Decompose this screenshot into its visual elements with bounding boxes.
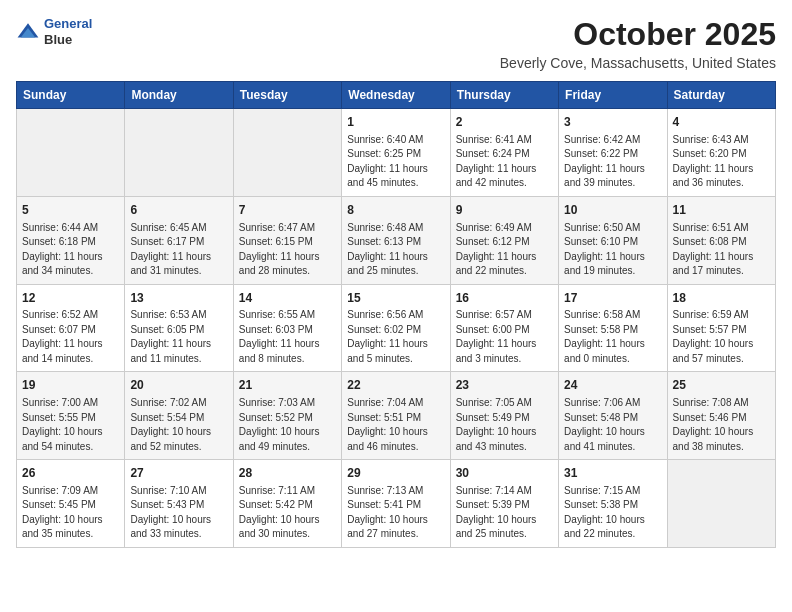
day-cell: 13Sunrise: 6:53 AM Sunset: 6:05 PM Dayli… <box>125 284 233 372</box>
week-row-2: 5Sunrise: 6:44 AM Sunset: 6:18 PM Daylig… <box>17 196 776 284</box>
day-cell <box>125 109 233 197</box>
week-row-4: 19Sunrise: 7:00 AM Sunset: 5:55 PM Dayli… <box>17 372 776 460</box>
day-cell: 31Sunrise: 7:15 AM Sunset: 5:38 PM Dayli… <box>559 460 667 548</box>
calendar-subtitle: Beverly Cove, Massachusetts, United Stat… <box>500 55 776 71</box>
logo: General Blue <box>16 16 92 47</box>
calendar-body: 1Sunrise: 6:40 AM Sunset: 6:25 PM Daylig… <box>17 109 776 548</box>
calendar-table: SundayMondayTuesdayWednesdayThursdayFrid… <box>16 81 776 548</box>
day-number: 6 <box>130 202 227 219</box>
day-number: 22 <box>347 377 444 394</box>
day-cell: 30Sunrise: 7:14 AM Sunset: 5:39 PM Dayli… <box>450 460 558 548</box>
day-info: Sunrise: 6:58 AM Sunset: 5:58 PM Dayligh… <box>564 308 661 366</box>
day-cell: 2Sunrise: 6:41 AM Sunset: 6:24 PM Daylig… <box>450 109 558 197</box>
day-info: Sunrise: 6:44 AM Sunset: 6:18 PM Dayligh… <box>22 221 119 279</box>
day-number: 12 <box>22 290 119 307</box>
header-cell-thursday: Thursday <box>450 82 558 109</box>
day-info: Sunrise: 6:50 AM Sunset: 6:10 PM Dayligh… <box>564 221 661 279</box>
day-cell: 17Sunrise: 6:58 AM Sunset: 5:58 PM Dayli… <box>559 284 667 372</box>
day-info: Sunrise: 6:49 AM Sunset: 6:12 PM Dayligh… <box>456 221 553 279</box>
day-number: 25 <box>673 377 770 394</box>
page-header: General Blue October 2025 Beverly Cove, … <box>16 16 776 71</box>
day-cell: 7Sunrise: 6:47 AM Sunset: 6:15 PM Daylig… <box>233 196 341 284</box>
header-row: SundayMondayTuesdayWednesdayThursdayFrid… <box>17 82 776 109</box>
day-number: 8 <box>347 202 444 219</box>
calendar-header: SundayMondayTuesdayWednesdayThursdayFrid… <box>17 82 776 109</box>
day-info: Sunrise: 6:48 AM Sunset: 6:13 PM Dayligh… <box>347 221 444 279</box>
day-info: Sunrise: 6:47 AM Sunset: 6:15 PM Dayligh… <box>239 221 336 279</box>
day-cell: 22Sunrise: 7:04 AM Sunset: 5:51 PM Dayli… <box>342 372 450 460</box>
day-number: 20 <box>130 377 227 394</box>
header-cell-sunday: Sunday <box>17 82 125 109</box>
day-info: Sunrise: 7:08 AM Sunset: 5:46 PM Dayligh… <box>673 396 770 454</box>
day-info: Sunrise: 6:57 AM Sunset: 6:00 PM Dayligh… <box>456 308 553 366</box>
day-cell <box>233 109 341 197</box>
day-number: 19 <box>22 377 119 394</box>
day-cell: 16Sunrise: 6:57 AM Sunset: 6:00 PM Dayli… <box>450 284 558 372</box>
day-cell <box>667 460 775 548</box>
day-info: Sunrise: 6:59 AM Sunset: 5:57 PM Dayligh… <box>673 308 770 366</box>
day-info: Sunrise: 6:52 AM Sunset: 6:07 PM Dayligh… <box>22 308 119 366</box>
day-number: 27 <box>130 465 227 482</box>
day-number: 1 <box>347 114 444 131</box>
day-info: Sunrise: 7:09 AM Sunset: 5:45 PM Dayligh… <box>22 484 119 542</box>
day-number: 17 <box>564 290 661 307</box>
day-cell: 8Sunrise: 6:48 AM Sunset: 6:13 PM Daylig… <box>342 196 450 284</box>
day-cell: 19Sunrise: 7:00 AM Sunset: 5:55 PM Dayli… <box>17 372 125 460</box>
day-cell <box>17 109 125 197</box>
week-row-3: 12Sunrise: 6:52 AM Sunset: 6:07 PM Dayli… <box>17 284 776 372</box>
logo-line2: Blue <box>44 32 92 48</box>
logo-icon <box>16 20 40 44</box>
day-cell: 9Sunrise: 6:49 AM Sunset: 6:12 PM Daylig… <box>450 196 558 284</box>
day-info: Sunrise: 7:14 AM Sunset: 5:39 PM Dayligh… <box>456 484 553 542</box>
day-info: Sunrise: 6:55 AM Sunset: 6:03 PM Dayligh… <box>239 308 336 366</box>
day-number: 28 <box>239 465 336 482</box>
day-number: 30 <box>456 465 553 482</box>
day-info: Sunrise: 6:53 AM Sunset: 6:05 PM Dayligh… <box>130 308 227 366</box>
day-info: Sunrise: 7:13 AM Sunset: 5:41 PM Dayligh… <box>347 484 444 542</box>
day-cell: 1Sunrise: 6:40 AM Sunset: 6:25 PM Daylig… <box>342 109 450 197</box>
day-cell: 5Sunrise: 6:44 AM Sunset: 6:18 PM Daylig… <box>17 196 125 284</box>
day-cell: 23Sunrise: 7:05 AM Sunset: 5:49 PM Dayli… <box>450 372 558 460</box>
day-number: 7 <box>239 202 336 219</box>
calendar-title: October 2025 <box>500 16 776 53</box>
header-cell-saturday: Saturday <box>667 82 775 109</box>
day-number: 21 <box>239 377 336 394</box>
header-cell-monday: Monday <box>125 82 233 109</box>
header-cell-tuesday: Tuesday <box>233 82 341 109</box>
day-cell: 3Sunrise: 6:42 AM Sunset: 6:22 PM Daylig… <box>559 109 667 197</box>
day-info: Sunrise: 6:45 AM Sunset: 6:17 PM Dayligh… <box>130 221 227 279</box>
day-info: Sunrise: 6:42 AM Sunset: 6:22 PM Dayligh… <box>564 133 661 191</box>
day-cell: 11Sunrise: 6:51 AM Sunset: 6:08 PM Dayli… <box>667 196 775 284</box>
day-info: Sunrise: 6:43 AM Sunset: 6:20 PM Dayligh… <box>673 133 770 191</box>
day-info: Sunrise: 7:00 AM Sunset: 5:55 PM Dayligh… <box>22 396 119 454</box>
day-number: 10 <box>564 202 661 219</box>
day-number: 2 <box>456 114 553 131</box>
day-info: Sunrise: 7:11 AM Sunset: 5:42 PM Dayligh… <box>239 484 336 542</box>
day-info: Sunrise: 7:10 AM Sunset: 5:43 PM Dayligh… <box>130 484 227 542</box>
header-cell-friday: Friday <box>559 82 667 109</box>
day-number: 18 <box>673 290 770 307</box>
day-cell: 14Sunrise: 6:55 AM Sunset: 6:03 PM Dayli… <box>233 284 341 372</box>
day-cell: 4Sunrise: 6:43 AM Sunset: 6:20 PM Daylig… <box>667 109 775 197</box>
day-cell: 21Sunrise: 7:03 AM Sunset: 5:52 PM Dayli… <box>233 372 341 460</box>
day-cell: 26Sunrise: 7:09 AM Sunset: 5:45 PM Dayli… <box>17 460 125 548</box>
day-number: 9 <box>456 202 553 219</box>
day-number: 15 <box>347 290 444 307</box>
day-number: 13 <box>130 290 227 307</box>
logo-text: General Blue <box>44 16 92 47</box>
day-number: 14 <box>239 290 336 307</box>
day-number: 16 <box>456 290 553 307</box>
day-cell: 6Sunrise: 6:45 AM Sunset: 6:17 PM Daylig… <box>125 196 233 284</box>
day-info: Sunrise: 6:40 AM Sunset: 6:25 PM Dayligh… <box>347 133 444 191</box>
day-number: 31 <box>564 465 661 482</box>
day-cell: 25Sunrise: 7:08 AM Sunset: 5:46 PM Dayli… <box>667 372 775 460</box>
day-cell: 27Sunrise: 7:10 AM Sunset: 5:43 PM Dayli… <box>125 460 233 548</box>
day-number: 23 <box>456 377 553 394</box>
day-info: Sunrise: 7:15 AM Sunset: 5:38 PM Dayligh… <box>564 484 661 542</box>
week-row-1: 1Sunrise: 6:40 AM Sunset: 6:25 PM Daylig… <box>17 109 776 197</box>
day-info: Sunrise: 7:04 AM Sunset: 5:51 PM Dayligh… <box>347 396 444 454</box>
day-number: 4 <box>673 114 770 131</box>
day-info: Sunrise: 7:05 AM Sunset: 5:49 PM Dayligh… <box>456 396 553 454</box>
header-cell-wednesday: Wednesday <box>342 82 450 109</box>
day-info: Sunrise: 7:06 AM Sunset: 5:48 PM Dayligh… <box>564 396 661 454</box>
